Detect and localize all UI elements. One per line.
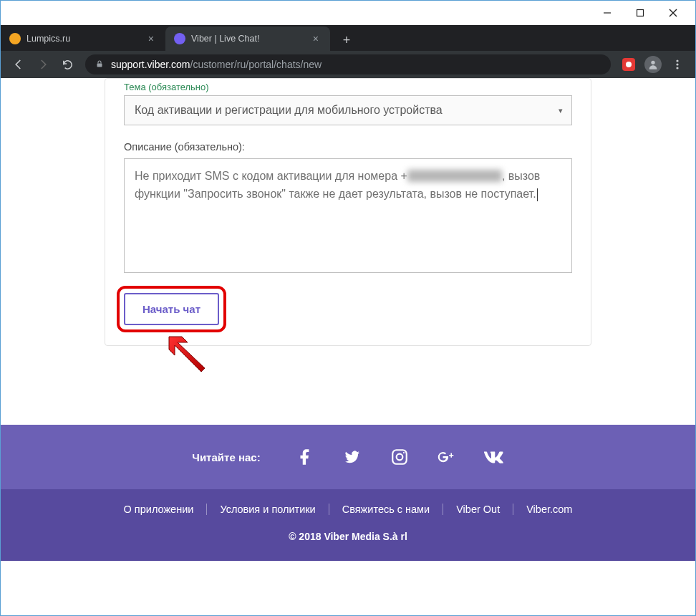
url-path: /customer/ru/portal/chats/new	[190, 59, 322, 70]
address-bar[interactable]: support.viber.com/customer/ru/portal/cha…	[85, 54, 611, 74]
topic-select[interactable]: Код активации и регистрации для мобильно…	[124, 95, 572, 125]
footer-link-contact[interactable]: Свяжитесь с нами	[329, 504, 443, 515]
titlebar	[1, 1, 695, 25]
text-cursor	[537, 188, 538, 201]
topic-label: Тема (обязательно)	[124, 82, 572, 92]
svg-point-9	[676, 67, 678, 69]
twitter-icon[interactable]	[342, 447, 362, 467]
close-tab-icon[interactable]: ×	[145, 33, 157, 44]
start-chat-button[interactable]: Начать чат	[124, 293, 219, 325]
svg-point-6	[651, 61, 654, 64]
links-row: О приложении Условия и политики Свяжитес…	[1, 504, 695, 515]
tabstrip: Lumpics.ru × Viber | Live Chat! × +	[1, 25, 695, 51]
tab-favicon	[174, 33, 185, 44]
footer-link-terms[interactable]: Условия и политики	[207, 504, 329, 515]
vk-icon[interactable]	[484, 447, 504, 467]
svg-point-11	[396, 454, 402, 461]
submit-wrap: Начать чат	[124, 293, 219, 325]
svg-rect-4	[97, 63, 102, 67]
svg-point-12	[403, 452, 405, 453]
footer-social: Читайте нас:	[1, 425, 695, 489]
svg-point-8	[676, 63, 678, 65]
tab-lumpics[interactable]: Lumpics.ru ×	[1, 27, 165, 51]
facebook-icon[interactable]	[295, 447, 315, 467]
minimize-button[interactable]	[591, 2, 624, 24]
close-window-button[interactable]	[657, 2, 690, 24]
description-text-pre: Не приходит SMS с кодом активации для но…	[135, 170, 407, 182]
close-tab-icon[interactable]: ×	[310, 33, 322, 44]
back-button[interactable]	[8, 54, 29, 75]
footer-link-vibercom[interactable]: Viber.com	[513, 504, 585, 515]
description-label: Описание (обязательно):	[124, 141, 572, 153]
instagram-icon[interactable]	[390, 447, 410, 467]
svg-rect-1	[637, 10, 644, 16]
svg-rect-10	[392, 450, 407, 464]
window-frame: Lumpics.ru × Viber | Live Chat! × + supp…	[0, 0, 696, 616]
footer-links: О приложении Условия и политики Свяжитес…	[1, 489, 695, 561]
profile-avatar[interactable]	[642, 54, 664, 75]
menu-icon[interactable]	[667, 54, 688, 75]
tab-favicon	[9, 33, 21, 44]
topic-value: Код активации и регистрации для мобильно…	[135, 104, 443, 117]
description-textarea[interactable]: Не приходит SMS с кодом активации для но…	[124, 158, 572, 273]
page-viewport[interactable]: Тема (обязательно) Код активации и регис…	[1, 78, 695, 615]
new-tab-button[interactable]: +	[336, 29, 357, 51]
lock-icon	[95, 59, 104, 70]
social-label: Читайте нас:	[192, 451, 260, 463]
footer-link-about[interactable]: О приложении	[111, 504, 208, 515]
toolbar: support.viber.com/customer/ru/portal/cha…	[1, 51, 695, 78]
redacted-phone: XXXXXXXXXXXX	[407, 170, 502, 182]
extension-icon[interactable]	[618, 54, 639, 75]
tab-title: Viber | Live Chat!	[191, 34, 259, 44]
googleplus-icon[interactable]	[437, 447, 457, 467]
chat-form-card: Тема (обязательно) Код активации и регис…	[105, 78, 591, 346]
copyright: © 2018 Viber Media S.à rl	[1, 531, 695, 542]
forward-button[interactable]	[32, 54, 54, 75]
tab-title: Lumpics.ru	[26, 34, 70, 44]
footer-link-viberout[interactable]: Viber Out	[443, 504, 513, 515]
reload-button[interactable]	[57, 54, 78, 75]
svg-point-7	[676, 59, 678, 62]
tab-viber[interactable]: Viber | Live Chat! ×	[165, 27, 330, 51]
url-domain: support.viber.com	[111, 59, 190, 70]
svg-point-5	[626, 62, 632, 67]
maximize-button[interactable]	[624, 2, 657, 24]
